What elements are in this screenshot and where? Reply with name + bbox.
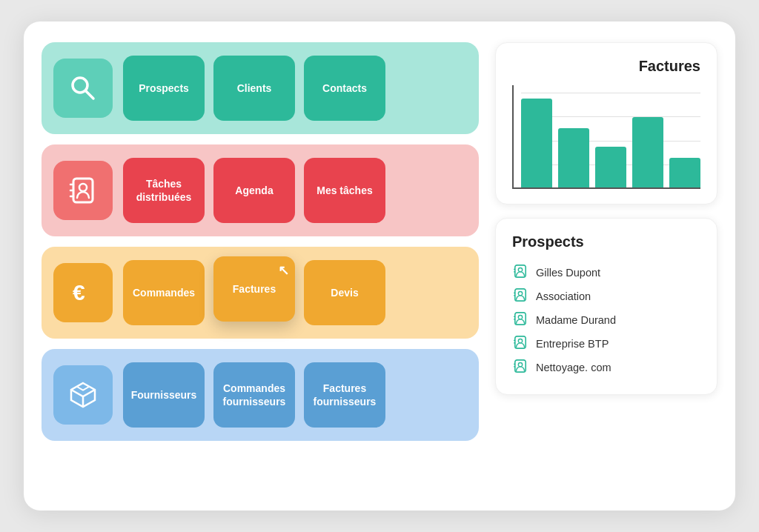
factures-chart-card: Factures [495, 42, 717, 205]
prospect-item-2[interactable]: Association [512, 285, 700, 308]
contacts-tile[interactable]: Contacts [304, 56, 385, 121]
prospects-card-title: Prospects [512, 233, 700, 250]
orange-section: € Commandes Factures ↖ Devis [42, 247, 479, 339]
prospect-icon-2 [512, 288, 528, 305]
factures-chart-title: Factures [512, 58, 700, 75]
svg-point-11 [518, 268, 522, 272]
prospect-name-4: Entreprise BTP [536, 338, 609, 350]
blue-tiles: Fournisseurs Commandes fournisseurs Fact… [123, 362, 385, 428]
svg-point-23 [518, 339, 522, 343]
svg-text:€: € [73, 280, 85, 305]
fournisseurs-tile[interactable]: Fournisseurs [123, 362, 205, 428]
bar-4 [632, 117, 663, 187]
search-icon-container [53, 59, 113, 118]
chart-bars [512, 85, 700, 189]
commandes-tile[interactable]: Commandes [123, 260, 205, 325]
teal-section: Prospects Clients Contacts [42, 42, 479, 134]
prospect-item-4[interactable]: Entreprise BTP [512, 332, 700, 356]
pink-tiles: Tâches distribuées Agenda Mes tâches [123, 158, 385, 223]
prospect-icon-1 [512, 265, 528, 281]
taches-distribuees-tile[interactable]: Tâches distribuées [123, 158, 205, 223]
main-container: Prospects Clients Contacts Tâches distri… [24, 21, 735, 511]
svg-point-15 [518, 292, 522, 296]
prospect-name-2: Association [536, 290, 591, 302]
teal-tiles: Prospects Clients Contacts [123, 56, 385, 121]
bar-1 [521, 99, 552, 187]
prospects-card: Prospects Gilles Dupont [495, 218, 717, 395]
devis-tile[interactable]: Devis [304, 260, 385, 325]
prospect-name-5: Nettoyage. com [536, 362, 611, 373]
commandes-fournisseurs-tile[interactable]: Commandes fournisseurs [213, 362, 295, 428]
right-panel: Factures Prospects [495, 42, 717, 490]
factures-fournisseurs-tile[interactable]: Factures fournisseurs [304, 362, 385, 428]
euro-icon-container: € [53, 263, 113, 322]
euro-icon: € [67, 276, 99, 309]
orange-tiles: Commandes Factures ↖ Devis [123, 260, 385, 325]
pink-section: Tâches distribuées Agenda Mes tâches [42, 144, 479, 236]
bar-5 [669, 158, 700, 187]
prospect-icon-5 [512, 359, 528, 376]
svg-point-19 [518, 316, 522, 319]
svg-line-1 [86, 91, 94, 99]
prospects-tile[interactable]: Prospects [123, 56, 205, 121]
contact-book-icon [67, 174, 99, 207]
box-icon-container [53, 365, 113, 425]
prospect-name-3: Madame Durand [536, 314, 616, 326]
chart-wrapper [512, 85, 700, 189]
prospect-name-1: Gilles Dupont [536, 267, 600, 279]
agenda-tile[interactable]: Agenda [213, 158, 295, 223]
prospect-item-1[interactable]: Gilles Dupont [512, 261, 700, 285]
factures-tile[interactable]: Factures ↖ [213, 256, 295, 322]
prospect-item-5[interactable]: Nettoyage. com [512, 356, 700, 379]
blue-section: Fournisseurs Commandes fournisseurs Fact… [42, 349, 479, 441]
search-icon [67, 72, 99, 104]
box-icon [67, 379, 99, 411]
prospect-item-3[interactable]: Madame Durand [512, 308, 700, 332]
clients-tile[interactable]: Clients [213, 56, 295, 121]
svg-point-3 [79, 184, 87, 191]
cursor-indicator: ↖ [278, 262, 289, 279]
contact-icon-container [53, 161, 113, 220]
prospect-icon-4 [512, 336, 528, 352]
bar-3 [595, 147, 626, 187]
left-panel: Prospects Clients Contacts Tâches distri… [42, 42, 479, 490]
bar-2 [558, 128, 589, 187]
prospect-icon-3 [512, 312, 528, 328]
svg-point-27 [518, 363, 522, 367]
mes-taches-tile[interactable]: Mes tâches [304, 158, 385, 223]
